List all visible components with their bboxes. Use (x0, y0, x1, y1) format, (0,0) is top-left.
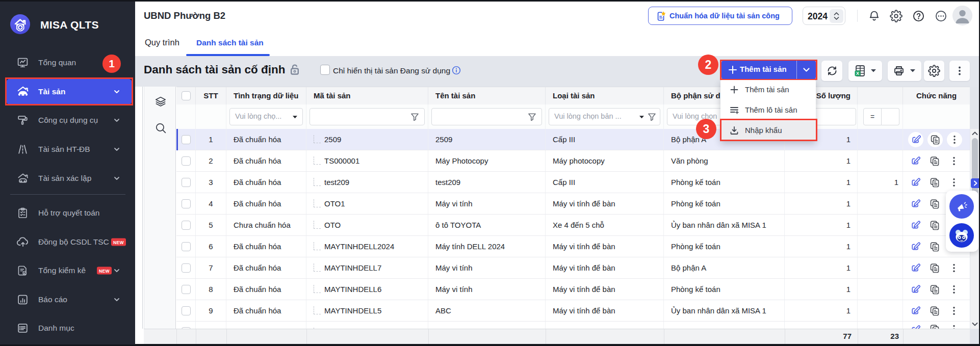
svg-text:X: X (856, 71, 859, 76)
